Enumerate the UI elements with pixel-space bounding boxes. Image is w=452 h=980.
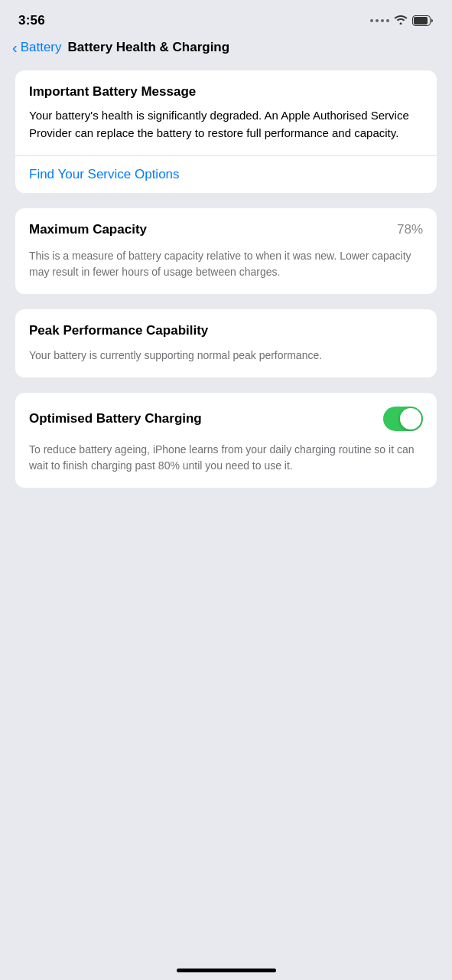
page-title: Battery Health & Charging	[68, 40, 230, 55]
nav-header: ‹ Battery Battery Health & Charging	[0, 37, 452, 64]
important-body: Your battery's health is significantly d…	[29, 107, 423, 142]
peak-title: Peak Performance Capability	[29, 323, 423, 338]
capacity-value: 78%	[397, 222, 423, 237]
status-bar: 3:56	[0, 0, 452, 37]
wifi-icon	[394, 14, 408, 28]
signal-icon	[370, 19, 389, 22]
back-button[interactable]: ‹ Battery	[12, 40, 62, 55]
content: Important Battery Message Your battery's…	[0, 64, 452, 518]
important-card-body: Important Battery Message Your battery's…	[15, 70, 437, 142]
maximum-capacity-card: Maximum Capacity 78% This is a measure o…	[15, 208, 437, 294]
charging-header: Optimised Battery Charging	[29, 407, 423, 431]
toggle-knob	[400, 408, 421, 430]
charging-card-body: Optimised Battery Charging To reduce bat…	[15, 393, 437, 488]
back-chevron-icon: ‹	[12, 40, 18, 55]
status-icons	[370, 14, 434, 28]
optimised-charging-card: Optimised Battery Charging To reduce bat…	[15, 393, 437, 488]
capacity-header: Maximum Capacity 78%	[29, 222, 423, 237]
status-time: 3:56	[18, 13, 45, 28]
capacity-card-body: Maximum Capacity 78% This is a measure o…	[15, 208, 437, 294]
svg-rect-1	[414, 17, 428, 24]
charging-description: To reduce battery ageing, iPhone learns …	[29, 442, 423, 474]
back-label: Battery	[21, 40, 62, 55]
important-battery-card: Important Battery Message Your battery's…	[15, 70, 437, 193]
capacity-description: This is a measure of battery capacity re…	[29, 248, 423, 280]
service-link[interactable]: Find Your Service Options	[29, 156, 423, 193]
charging-label: Optimised Battery Charging	[29, 411, 202, 426]
optimised-charging-toggle[interactable]	[383, 407, 423, 431]
battery-icon	[412, 15, 434, 26]
capacity-label: Maximum Capacity	[29, 222, 147, 237]
home-indicator	[177, 969, 276, 972]
important-title: Important Battery Message	[29, 84, 423, 100]
peak-description: Your battery is currently supporting nor…	[29, 348, 423, 364]
peak-card-body: Peak Performance Capability Your battery…	[15, 309, 437, 377]
peak-performance-card: Peak Performance Capability Your battery…	[15, 309, 437, 377]
